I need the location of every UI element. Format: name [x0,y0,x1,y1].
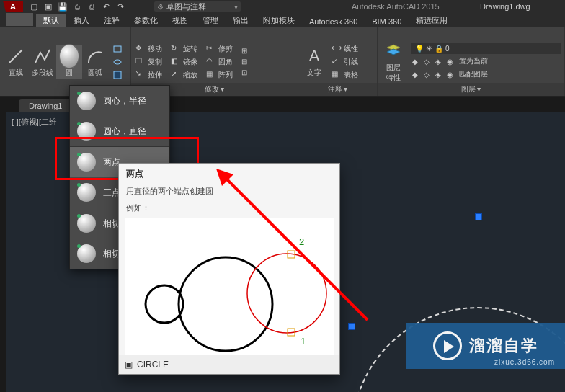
modify-extra-2[interactable]: ⊟ [240,57,249,66]
polyline-icon [32,46,53,66]
tooltip-command: ▣ CIRCLE [119,355,339,374]
arc-button[interactable]: 圆弧 [82,45,108,79]
table-label: 表格 [344,70,358,80]
app-logo[interactable]: A [3,1,23,12]
layer-name: 0 [445,45,450,53]
mirror-button[interactable]: ◧镜像 [169,56,199,68]
tab-view[interactable]: 视图 [165,14,195,27]
stretch-button[interactable]: ⇲拉伸 [134,69,164,81]
copy-icon: ❐ [135,57,146,67]
tab-bim360[interactable]: BIM 360 [365,16,409,27]
workspace-switcher[interactable]: ⚙ ▾ [154,1,241,12]
rect-icon[interactable] [111,43,124,55]
ellipse-icon[interactable] [111,56,124,68]
svg-rect-1 [114,46,121,52]
watermark: 溜溜自学 zixue.3d66.com [406,323,565,369]
scale-label: 缩放 [183,70,197,80]
tab-featured[interactable]: 精选应用 [409,14,455,27]
layer-tool-8[interactable]: ◉ [445,68,455,80]
table-button[interactable]: ▦表格 [330,69,360,81]
tab-addins[interactable]: 附加模块 [256,14,302,27]
workspace-input[interactable] [166,2,231,11]
redo-icon[interactable]: ↷ [115,1,125,12]
dropdown-icon[interactable]: ▾ [234,3,238,11]
bulb-icon: 💡 [415,45,424,53]
circle-icon [59,46,79,66]
mirror-label: 镜像 [183,57,197,67]
tab-default[interactable]: 默认 [36,14,66,27]
open-icon[interactable]: ▣ [43,1,53,12]
grip-left[interactable] [348,323,355,330]
make-current-button[interactable]: 置为当前 [458,55,489,67]
panel-title-layer[interactable]: 图层 ▾ [378,83,564,96]
tooltip-example-label: 例如： [119,201,339,218]
circle-2p-icon [77,153,96,172]
layer-tool-2[interactable]: ◇ [422,55,431,67]
leader-button[interactable]: ↙引线 [330,56,360,68]
copy-button[interactable]: ❐复制 [134,56,164,68]
scale-button[interactable]: ⤢缩放 [169,69,199,81]
svg-point-5 [179,257,272,351]
gear-icon: ⚙ [157,3,164,11]
menu-label: 圆心，直径 [103,125,146,138]
polyline-label: 多段线 [32,68,53,78]
modify-extra-3[interactable]: ⊡ [240,68,249,77]
document-tab[interactable]: Drawing1 [19,99,72,112]
layers-icon [383,41,404,61]
text-button[interactable]: A 文字 [301,45,327,79]
grip-top[interactable] [475,213,482,220]
line-button[interactable]: 直线 [3,45,29,79]
modify-extra-1[interactable]: ⊞ [240,46,249,55]
layer-props-label: 图层 特性 [386,63,401,83]
menu-center-radius[interactable]: 圆心，半径 [70,86,169,116]
tab-a360[interactable]: Autodesk 360 [302,16,365,27]
polyline-button[interactable]: 多段线 [29,45,56,79]
move-label: 移动 [148,44,162,54]
layer-tool-6[interactable]: ◇ [422,68,431,80]
saveas-icon[interactable]: ⎙ [72,1,82,12]
circle-ttr-icon [77,214,96,233]
move-button[interactable]: ✥移动 [134,43,164,55]
tab-manage[interactable]: 管理 [195,14,226,27]
tab-parametric[interactable]: 参数化 [127,14,165,27]
tab-insert[interactable]: 插入 [66,14,97,27]
layer-tool-1[interactable]: ◆ [411,55,419,67]
undo-icon[interactable]: ↶ [101,1,111,12]
rotate-button[interactable]: ↻旋转 [169,43,199,55]
leader-icon: ↙ [332,57,342,67]
menu-center-diameter[interactable]: 圆心，直径 [70,116,169,147]
layer-tool-5[interactable]: ◆ [411,68,419,80]
linear-icon: ⟷ [332,44,342,54]
trim-icon: ✂ [206,44,216,54]
print-icon[interactable]: ⎙ [86,1,97,12]
command-icon: ▣ [125,360,133,370]
app-menu-button[interactable] [6,13,33,26]
layer-dropdown[interactable]: 💡 ☀ 🔒 0 [411,43,561,54]
rotate-label: 旋转 [183,44,197,54]
save-icon[interactable]: 💾 [58,1,68,12]
tab-output[interactable]: 输出 [226,14,256,27]
layer-tool-3[interactable]: ◈ [434,55,442,67]
stretch-label: 拉伸 [148,70,162,80]
circle-button[interactable]: 圆 [56,45,82,79]
tab-annotate[interactable]: 注释 [97,14,127,27]
circle-cd-icon [77,122,96,141]
array-button[interactable]: ▦阵列 [205,69,234,81]
quick-access-toolbar: ▢ ▣ 💾 ⎙ ⎙ ↶ ↷ [29,1,125,12]
arc-icon [85,46,105,66]
line-icon [6,46,26,66]
layer-props-button[interactable]: 图层 特性 [381,40,406,84]
new-icon[interactable]: ▢ [29,1,39,12]
layer-tool-7[interactable]: ◈ [434,68,442,80]
tooltip-title: 两点 [119,164,339,184]
match-layer-button[interactable]: 匹配图层 [458,68,489,80]
layer-tool-4[interactable]: ◉ [445,55,455,67]
line-label: 直线 [9,68,23,78]
panel-title-annotate[interactable]: 注释 ▾ [298,83,377,96]
fillet-icon: ◠ [206,57,216,67]
linear-dim-button[interactable]: ⟷线性 [330,43,360,55]
fillet-button[interactable]: ◠圆角 [205,56,234,68]
text-label: 文字 [307,68,321,78]
trim-button[interactable]: ✂修剪 [205,43,234,55]
hatch-icon[interactable] [111,69,124,81]
